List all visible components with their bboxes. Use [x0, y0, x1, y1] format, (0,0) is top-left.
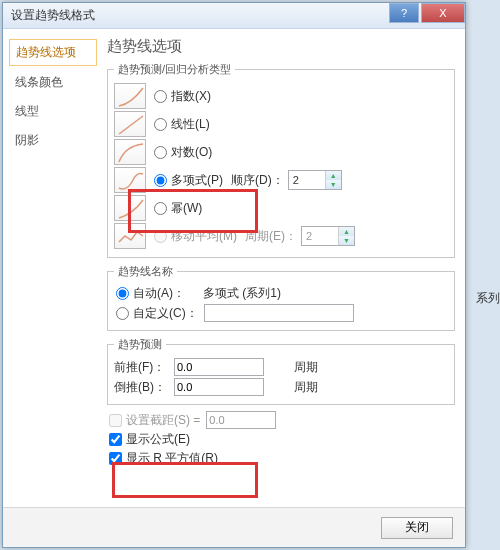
exp-label: 指数(X): [171, 88, 211, 105]
bwd-label: 倒推(B)：: [114, 379, 174, 396]
poly-label: 多项式(P): [171, 172, 223, 189]
panel-heading: 趋势线选项: [107, 37, 455, 56]
order-value: 2: [293, 174, 299, 186]
intercept-checkbox: [109, 414, 122, 427]
show-equation-label: 显示公式(E): [126, 431, 190, 448]
spinner-down-icon[interactable]: ▼: [326, 180, 341, 189]
custom-name-input[interactable]: [204, 304, 354, 322]
intercept-label: 设置截距(S) =: [126, 412, 200, 429]
window-title: 设置趋势线格式: [11, 7, 95, 24]
stray-text: 系列: [476, 290, 500, 307]
ma-label: 移动平均(M): [171, 228, 237, 245]
ma-radio: [154, 230, 167, 243]
fwd-input[interactable]: [174, 358, 264, 376]
show-equation-checkbox[interactable]: [109, 433, 122, 446]
sidebar-item-line-color[interactable]: 线条颜色: [9, 70, 97, 95]
exp-icon: [114, 83, 146, 109]
bwd-input[interactable]: [174, 378, 264, 396]
power-radio[interactable]: [154, 202, 167, 215]
close-button[interactable]: 关闭: [381, 517, 453, 539]
type-legend: 趋势预测/回归分析类型: [114, 62, 235, 77]
show-r2-label: 显示 R 平方值(R): [126, 450, 218, 467]
sidebar: 趋势线选项 线条颜色 线型 阴影: [3, 29, 103, 507]
footer: 关闭: [3, 507, 465, 547]
fwd-unit: 周期: [294, 359, 318, 376]
poly-radio[interactable]: [154, 174, 167, 187]
linear-label: 线性(L): [171, 116, 210, 133]
dialog-window: 设置趋势线格式 ? X 趋势线选项 线条颜色 线型 阴影 趋势线选项 趋势预测/…: [2, 2, 466, 548]
forecast-legend: 趋势预测: [114, 337, 166, 352]
period-label: 周期(E)：: [245, 228, 297, 245]
order-label: 顺序(D)：: [231, 172, 284, 189]
auto-name-radio[interactable]: [116, 287, 129, 300]
sidebar-item-trendline-options[interactable]: 趋势线选项: [9, 39, 97, 66]
sidebar-item-shadow[interactable]: 阴影: [9, 128, 97, 153]
auto-name-label: 自动(A)：: [133, 285, 185, 302]
bwd-unit: 周期: [294, 379, 318, 396]
help-button[interactable]: ?: [389, 3, 419, 23]
custom-name-label: 自定义(C)：: [133, 305, 198, 322]
poly-icon: [114, 167, 146, 193]
forecast-group: 趋势预测 前推(F)： 周期 倒推(B)： 周期: [107, 337, 455, 405]
exp-radio[interactable]: [154, 90, 167, 103]
power-label: 幂(W): [171, 200, 202, 217]
titlebar: 设置趋势线格式 ? X: [3, 3, 465, 29]
intercept-input: [206, 411, 276, 429]
name-group: 趋势线名称 自动(A)： 多项式 (系列1) 自定义(C)：: [107, 264, 455, 331]
fwd-label: 前推(F)：: [114, 359, 174, 376]
log-label: 对数(O): [171, 144, 212, 161]
ma-icon: [114, 223, 146, 249]
spinner-up-icon[interactable]: ▲: [326, 171, 341, 180]
period-value: 2: [306, 230, 312, 242]
name-legend: 趋势线名称: [114, 264, 177, 279]
custom-name-radio[interactable]: [116, 307, 129, 320]
spinner-down-icon: ▼: [339, 236, 354, 245]
linear-radio[interactable]: [154, 118, 167, 131]
power-icon: [114, 195, 146, 221]
log-icon: [114, 139, 146, 165]
order-spinner[interactable]: 2 ▲▼: [288, 170, 342, 190]
log-radio[interactable]: [154, 146, 167, 159]
spinner-up-icon: ▲: [339, 227, 354, 236]
linear-icon: [114, 111, 146, 137]
sidebar-item-line-style[interactable]: 线型: [9, 99, 97, 124]
window-close-button[interactable]: X: [421, 3, 465, 23]
show-r2-checkbox[interactable]: [109, 452, 122, 465]
type-group: 趋势预测/回归分析类型 指数(X) 线性(L) 对数(O): [107, 62, 455, 258]
auto-name-value: 多项式 (系列1): [203, 285, 281, 302]
main-panel: 趋势线选项 趋势预测/回归分析类型 指数(X) 线性(L) 对数(O): [103, 29, 465, 507]
period-spinner: 2 ▲▼: [301, 226, 355, 246]
